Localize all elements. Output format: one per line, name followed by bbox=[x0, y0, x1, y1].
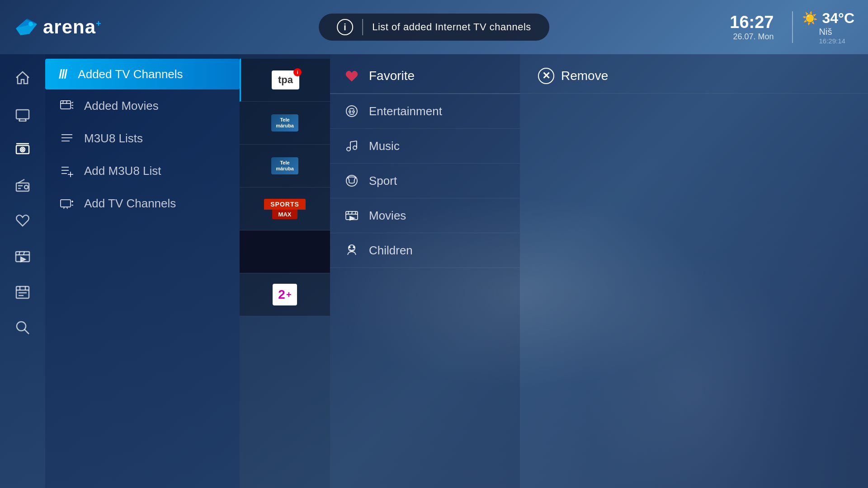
tpa-badge: i bbox=[293, 68, 302, 76]
category-favorite-label: Favorite bbox=[369, 69, 415, 83]
menu-item-label-add-m3u8: Add M3U8 List bbox=[84, 164, 161, 178]
info-icon: i bbox=[337, 19, 353, 35]
channel-dark[interactable] bbox=[240, 230, 330, 273]
category-movies[interactable]: Movies bbox=[330, 198, 520, 233]
remove-label: Remove bbox=[561, 69, 608, 83]
svg-line-27 bbox=[24, 329, 29, 334]
menu-slash-icon: /// bbox=[59, 67, 66, 81]
svg-point-53 bbox=[353, 146, 357, 150]
time-block: 16:27 26.07. Mon bbox=[730, 13, 774, 42]
menu-panel: /// Added TV Channels Added Movies bbox=[45, 54, 240, 488]
svg-point-51 bbox=[353, 111, 354, 113]
ch2plus-logo: 2+ bbox=[273, 284, 297, 305]
remove-panel: ✕ Remove bbox=[520, 54, 868, 488]
tpa-logo: tpa i bbox=[272, 70, 299, 89]
logo: arena+ bbox=[14, 15, 102, 40]
remove-button[interactable]: ✕ Remove bbox=[520, 59, 868, 94]
menu-item-add-tv-channels[interactable]: Add TV Channels bbox=[45, 187, 240, 220]
favorite-heart-icon bbox=[344, 68, 360, 84]
header-right: 16:27 26.07. Mon ☀️ 34°C Niš 16:29:14 bbox=[730, 10, 854, 45]
svg-point-2 bbox=[28, 22, 33, 26]
sidebar-item-home[interactable] bbox=[13, 68, 33, 88]
channel-list: tpa i Telemáruba Telemáruba SPORTS MAX 2… bbox=[240, 54, 330, 488]
svg-line-62 bbox=[355, 211, 356, 214]
menu-item-add-m3u8[interactable]: Add M3U8 List bbox=[45, 155, 240, 187]
svg-line-32 bbox=[71, 102, 73, 103]
info-bar: i List of added Internet TV channels bbox=[319, 14, 549, 41]
weather-row: ☀️ 34°C bbox=[802, 10, 855, 27]
channel-tpa[interactable]: tpa i bbox=[240, 59, 330, 102]
weather-city: Niš bbox=[819, 27, 832, 37]
epg-icon bbox=[14, 284, 31, 300]
radio-icon bbox=[14, 177, 31, 193]
sidebar bbox=[0, 54, 45, 488]
sidebar-item-tv[interactable] bbox=[13, 103, 33, 123]
svg-line-34 bbox=[71, 108, 73, 108]
telerubia2-logo: Telemáruba bbox=[271, 157, 298, 174]
sidebar-item-movies[interactable] bbox=[13, 246, 33, 266]
sidebar-item-favorites[interactable] bbox=[13, 211, 33, 230]
svg-point-12 bbox=[24, 185, 28, 189]
menu-item-label-added-movies: Added Movies bbox=[84, 99, 159, 113]
info-divider bbox=[362, 19, 363, 35]
menu-item-added-tv-channels[interactable]: /// Added TV Channels bbox=[45, 59, 240, 89]
sidebar-item-epg[interactable] bbox=[13, 282, 33, 302]
svg-point-9 bbox=[22, 149, 24, 150]
sport-icon bbox=[344, 173, 360, 189]
menu-item-added-movies[interactable]: Added Movies bbox=[45, 89, 240, 122]
home-icon bbox=[14, 70, 31, 86]
weather-temp: 34°C bbox=[822, 10, 855, 27]
menu-item-label-m3u8: M3U8 Lists bbox=[84, 131, 143, 145]
svg-line-31 bbox=[66, 101, 67, 103]
add-m3u8-icon bbox=[59, 163, 75, 179]
movies-icon bbox=[14, 248, 31, 264]
category-sport[interactable]: Sport bbox=[330, 164, 520, 198]
category-panel: Favorite Entertainment Music bbox=[330, 54, 520, 488]
weather-block: ☀️ 34°C Niš 16:29:14 bbox=[802, 10, 855, 45]
sportsmax-logo-bottom: MAX bbox=[272, 210, 298, 219]
category-children[interactable]: Children bbox=[330, 233, 520, 268]
menu-item-m3u8-lists[interactable]: M3U8 Lists bbox=[45, 122, 240, 155]
sidebar-item-radio[interactable] bbox=[13, 175, 33, 195]
category-favorite[interactable]: Favorite bbox=[330, 59, 520, 94]
weather-next-time: 16:29:14 bbox=[819, 37, 845, 45]
svg-point-65 bbox=[349, 247, 350, 248]
svg-point-49 bbox=[346, 106, 357, 117]
weather-sun-icon: ☀️ bbox=[802, 11, 818, 26]
tv-icon bbox=[14, 105, 31, 122]
svg-line-48 bbox=[67, 207, 67, 209]
svg-rect-43 bbox=[61, 200, 71, 207]
category-music-label: Music bbox=[369, 139, 400, 153]
sidebar-item-internet-tv[interactable] bbox=[13, 139, 33, 159]
add-tv-icon bbox=[59, 195, 75, 211]
category-entertainment[interactable]: Entertainment bbox=[330, 94, 520, 129]
category-entertainment-label: Entertainment bbox=[369, 104, 442, 118]
internet-tv-icon bbox=[14, 141, 31, 157]
current-date: 26.07. Mon bbox=[730, 32, 774, 42]
svg-marker-19 bbox=[21, 257, 25, 262]
logo-text: arena+ bbox=[43, 16, 102, 38]
svg-point-8 bbox=[20, 147, 25, 152]
added-movies-icon bbox=[59, 98, 75, 114]
channel-telerubia2[interactable]: Telemáruba bbox=[240, 145, 330, 188]
info-text: List of added Internet TV channels bbox=[372, 21, 531, 33]
category-children-label: Children bbox=[369, 244, 413, 258]
dark-channel-logo bbox=[240, 230, 330, 273]
remove-x-icon: ✕ bbox=[538, 68, 554, 84]
category-movies-label: Movies bbox=[369, 209, 406, 223]
svg-point-52 bbox=[347, 147, 350, 151]
channel-telerubia1[interactable]: Telemáruba bbox=[240, 102, 330, 145]
svg-rect-28 bbox=[61, 101, 71, 109]
current-time: 16:27 bbox=[730, 13, 774, 32]
channel-sportsmax[interactable]: SPORTS MAX bbox=[240, 188, 330, 230]
svg-line-61 bbox=[352, 211, 352, 214]
svg-rect-11 bbox=[16, 183, 29, 191]
movies-cat-icon bbox=[344, 207, 360, 224]
category-music[interactable]: Music bbox=[330, 129, 520, 164]
sidebar-item-search[interactable] bbox=[13, 318, 33, 338]
channel-2plus[interactable]: 2+ bbox=[240, 273, 330, 316]
music-icon bbox=[344, 138, 360, 154]
svg-rect-7 bbox=[16, 145, 29, 154]
svg-line-30 bbox=[63, 101, 63, 103]
svg-line-60 bbox=[348, 211, 349, 214]
